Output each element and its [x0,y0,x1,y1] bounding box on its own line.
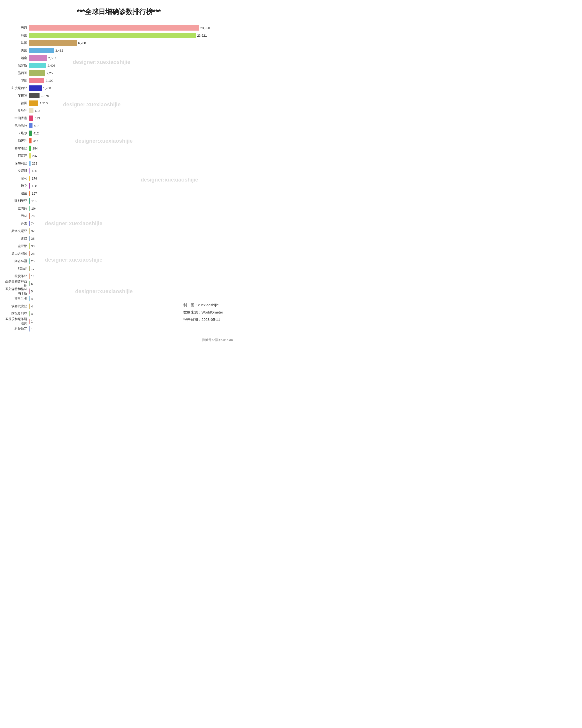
bar-wrapper: 76 [29,213,228,219]
bar-wrapper: 179 [29,176,228,181]
country-label: 奥地利 [2,108,29,113]
country-label: 印度 [2,78,29,83]
bar-wrapper: 2,507 [29,55,228,61]
bar-wrapper: 23,950 [29,25,228,31]
country-label: 埃塞俄比亚 [2,304,29,308]
bar-rect [29,78,44,83]
bar-wrapper: 4 [29,296,228,302]
country-label: 保加利亚 [2,161,29,165]
bar-row: 保加利亚222 [2,160,228,167]
value-label: 2,405 [48,64,56,68]
value-label: 76 [31,214,34,218]
bar-rect [29,85,42,91]
value-label: 28 [31,252,34,256]
country-label: 德国 [2,101,29,105]
country-label: 尼泊尔 [2,266,29,271]
bar-wrapper: 492 [29,123,228,128]
bar-row: 斯洛文尼亚37 [2,228,228,234]
bar-rect [29,131,32,136]
bar-row: 俄罗斯2,405 [2,62,228,69]
bar-wrapper: 2,405 [29,63,228,68]
country-label: 匈牙利 [2,138,29,143]
bar-row: 阿富汗237 [2,152,228,159]
bar-row: 斯里兰卡4 [2,295,228,302]
value-label: 179 [32,177,37,180]
value-label: 17 [31,267,34,270]
bar-row: 美国3,482 [2,47,228,54]
bar-row: 菲律宾1,476 [2,92,228,99]
bar-wrapper: 25 [29,258,228,264]
bar-rect [29,296,30,302]
country-label: 拉脱维亚 [2,274,29,278]
bar-wrapper: 1,768 [29,85,228,91]
bar-wrapper: 74 [29,221,228,226]
bar-rect [29,288,30,294]
chart-container: 巴西23,950韩国23,521法国6,708美国3,482越南2,507俄罗斯… [0,21,238,338]
bar-row: 圣文森特和格林纳丁斯5 [2,288,228,294]
country-label: 突尼斯 [2,168,29,173]
bar-wrapper: 2,109 [29,78,228,83]
footer-text: 搜狐号∧雪骁∧ueXiao [0,338,238,345]
page-wrapper: ***全球日增确诊数排行榜*** 巴西23,950韩国23,521法国6,708… [0,0,238,345]
value-label: 4 [31,297,33,301]
bar-rect [29,48,54,53]
bar-rect [29,161,31,166]
bar-wrapper: 158 [29,183,228,188]
country-label: 越南 [2,56,29,60]
value-label: 1 [31,319,33,323]
value-label: 355 [33,139,38,143]
bar-rect [29,266,30,271]
value-label: 4 [31,305,33,308]
bar-row: 中国香港583 [2,115,228,122]
bar-wrapper: 35 [29,236,228,241]
bar-row: 匈牙利355 [2,137,228,144]
bar-wrapper: 2,255 [29,70,228,76]
bar-wrapper: 118 [29,198,228,204]
bar-wrapper: 30 [29,243,228,249]
bar-row: 德国1,310 [2,100,228,106]
value-label: 222 [32,162,37,165]
country-label: 圣基茨和尼维斯联邦 [2,317,29,326]
date-line: 报告日期：2023-05-11 [183,316,223,323]
value-label: 104 [31,207,37,210]
country-label: 波兰 [2,191,29,196]
bar-wrapper: 1 [29,326,228,332]
value-label: 6,708 [78,41,86,45]
value-label: 30 [31,244,34,248]
country-label: 危地马拉 [2,124,29,128]
bar-rect [29,311,30,316]
country-label: 菲律宾 [2,94,29,98]
bar-row: 法国6,708 [2,40,228,46]
bar-wrapper: 1,310 [29,101,228,106]
bar-row: 古巴35 [2,235,228,242]
bar-rect [29,108,33,113]
value-label: 583 [35,116,40,120]
bar-row: 巴西23,950 [2,25,228,31]
bar-row: 丹麦74 [2,220,228,227]
value-label: 37 [31,229,34,233]
maker-line: 制 图：xuexiaoshijie [183,302,223,309]
bar-row: 圭亚那30 [2,243,228,250]
bar-wrapper: 104 [29,206,228,211]
bar-wrapper: 23,521 [29,33,228,38]
maker-label: 制 图： [183,303,198,307]
bar-rect [29,101,38,106]
value-label: 492 [34,124,39,128]
bar-rect [29,191,30,196]
bar-wrapper: 5 [29,288,228,294]
bar-rect [29,168,30,174]
bar-row: 圣多美和普林西比6 [2,280,228,287]
source-line: 数据来源：WorldOmeter [183,309,223,316]
value-label: 23,950 [200,26,210,30]
source-label: 数据来源： [183,310,201,314]
bar-rect [29,251,30,256]
bar-wrapper: 14 [29,274,228,279]
value-label: 186 [32,169,37,173]
country-label: 法国 [2,41,29,45]
bar-wrapper: 6,708 [29,40,228,46]
value-label: 2,507 [48,56,56,60]
bar-row: 卡塔尔412 [2,130,228,137]
bar-wrapper: 284 [29,146,228,151]
bar-rect [29,243,30,249]
bar-row: 玻利维亚118 [2,198,228,204]
